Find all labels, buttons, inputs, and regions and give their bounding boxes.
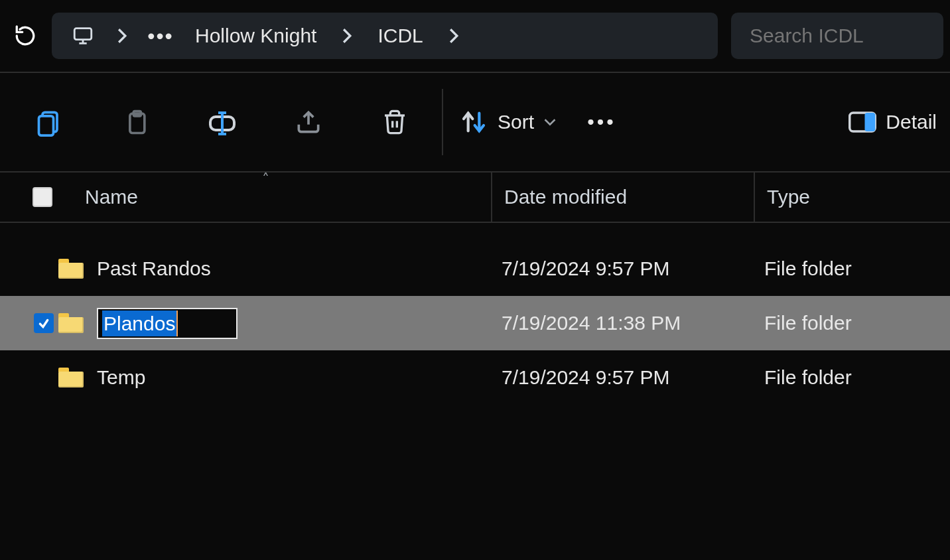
file-type: File folder bbox=[755, 312, 950, 334]
folder-icon bbox=[58, 313, 90, 333]
copy-button[interactable] bbox=[93, 82, 179, 162]
command-bar: Sort ••• Detail bbox=[0, 73, 950, 173]
chevron-right-icon[interactable] bbox=[446, 27, 462, 44]
breadcrumb-seg-0[interactable]: Hollow Knight bbox=[191, 25, 320, 47]
column-header-date[interactable]: Date modified bbox=[491, 173, 754, 222]
rename-input[interactable]: Plandos bbox=[97, 308, 238, 339]
refresh-icon bbox=[14, 25, 36, 47]
column-header-type[interactable]: Type bbox=[754, 173, 950, 222]
chevron-right-icon[interactable] bbox=[339, 27, 355, 44]
column-header-name[interactable]: Name bbox=[85, 186, 491, 208]
cut-button[interactable] bbox=[7, 82, 93, 162]
cut-icon bbox=[35, 106, 64, 138]
folder-icon bbox=[58, 368, 90, 387]
file-list: Past Randos7/19/2024 9:57 PMFile folderP… bbox=[0, 223, 950, 405]
search-input[interactable] bbox=[750, 25, 925, 47]
delete-button[interactable] bbox=[352, 82, 438, 162]
folder-icon bbox=[58, 259, 90, 279]
trash-icon bbox=[381, 107, 408, 137]
chevron-down-icon bbox=[543, 117, 557, 127]
details-view-icon bbox=[848, 111, 876, 133]
sort-icon bbox=[459, 109, 488, 135]
breadcrumb-seg-1[interactable]: ICDL bbox=[373, 25, 427, 47]
search-box[interactable] bbox=[731, 13, 943, 59]
view-label: Detail bbox=[886, 111, 937, 133]
more-button[interactable]: ••• bbox=[569, 111, 635, 133]
file-row[interactable]: Plandos7/19/2024 11:38 PMFile folder bbox=[0, 296, 950, 350]
view-button[interactable]: Detail bbox=[833, 82, 943, 162]
ellipsis-icon: ••• bbox=[587, 111, 616, 133]
file-name[interactable]: Past Randos bbox=[97, 257, 492, 280]
breadcrumb[interactable]: ••• Hollow Knight ICDL bbox=[52, 13, 718, 59]
file-name[interactable]: Temp bbox=[97, 366, 492, 389]
toolbar-divider bbox=[442, 89, 443, 155]
file-type: File folder bbox=[755, 257, 950, 280]
chevron-right-icon[interactable] bbox=[114, 27, 130, 44]
file-row[interactable]: Temp7/19/2024 9:57 PMFile folder bbox=[0, 350, 950, 405]
file-row[interactable]: Past Randos7/19/2024 9:57 PMFile folder bbox=[0, 242, 950, 296]
address-bar: ••• Hollow Knight ICDL bbox=[0, 0, 950, 73]
file-name[interactable]: Plandos bbox=[97, 308, 492, 339]
copy-icon bbox=[121, 106, 151, 138]
share-icon bbox=[294, 107, 323, 137]
select-all-checkbox[interactable] bbox=[0, 187, 85, 207]
refresh-button[interactable] bbox=[12, 23, 38, 49]
sort-button[interactable]: Sort bbox=[447, 82, 569, 162]
rename-icon bbox=[206, 106, 238, 138]
svg-rect-4 bbox=[39, 116, 54, 135]
file-date: 7/19/2024 9:57 PM bbox=[492, 366, 755, 389]
svg-rect-17 bbox=[865, 113, 876, 131]
row-checkbox[interactable] bbox=[29, 313, 58, 333]
file-type: File folder bbox=[755, 366, 950, 389]
breadcrumb-overflow[interactable]: ••• bbox=[149, 24, 172, 48]
share-button[interactable] bbox=[265, 82, 352, 162]
rename-button[interactable] bbox=[179, 82, 265, 162]
svg-rect-0 bbox=[74, 29, 92, 40]
file-date: 7/19/2024 11:38 PM bbox=[492, 312, 755, 334]
sort-label: Sort bbox=[498, 111, 534, 133]
sort-indicator-icon: ˄ bbox=[262, 171, 269, 188]
this-pc-icon[interactable] bbox=[70, 25, 96, 47]
file-date: 7/19/2024 9:57 PM bbox=[492, 257, 755, 280]
column-headers: ˄ Name Date modified Type bbox=[0, 173, 950, 223]
